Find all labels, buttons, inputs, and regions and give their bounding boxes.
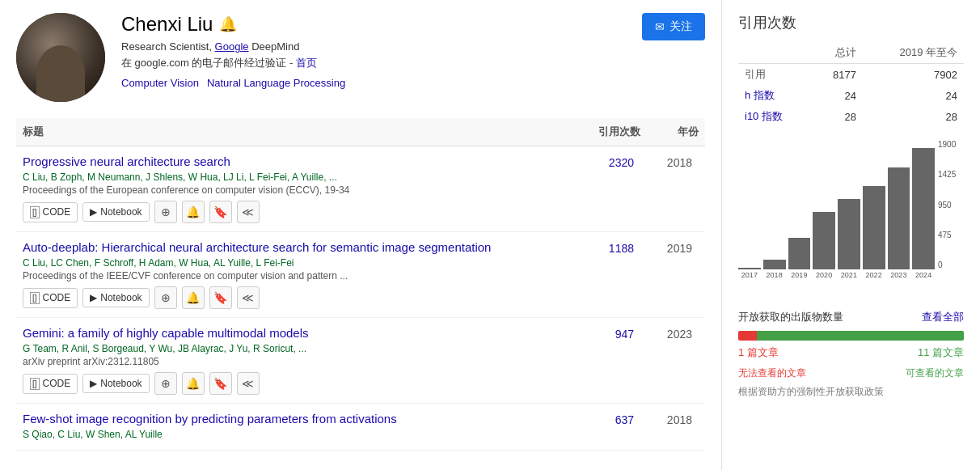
open-access-bar	[738, 331, 964, 341]
chart-labels: 20172018201920202021202220232024	[738, 271, 935, 279]
library-add-icon: ⊕	[161, 205, 171, 218]
i10-label: i10 指数	[738, 106, 811, 127]
paper-venue: Proceedings of the European conference o…	[23, 184, 553, 196]
save-button[interactable]: 🔖	[209, 201, 232, 223]
paper-authors: C Liu, B Zoph, M Neumann, J Shlens, W Hu…	[23, 171, 553, 183]
alert-button[interactable]: 🔔	[182, 201, 205, 223]
share-button[interactable]: ≪	[237, 201, 260, 223]
library-add-icon: ⊕	[161, 377, 171, 390]
add-library-button[interactable]: ⊕	[154, 201, 177, 223]
paper-citations[interactable]: 637	[553, 412, 634, 426]
share-button[interactable]: ≪	[237, 286, 260, 309]
sidebar: 引用次数 总计 2019 年至今 引用 8177 7902 h 指数 24	[721, 0, 980, 470]
tag-computer-vision[interactable]: Computer Vision	[121, 77, 199, 89]
paper-authors: G Team, R Anil, S Borgeaud, Y Wu, JB Ala…	[23, 343, 553, 354]
library-add-icon: ⊕	[161, 291, 171, 304]
add-library-button[interactable]: ⊕	[154, 286, 177, 309]
save-button[interactable]: 🔖	[209, 372, 232, 395]
h-total: 24	[811, 85, 863, 106]
paper-item: Few-shot image recognition by predicting…	[16, 404, 705, 451]
since2019-header: 2019 年至今	[863, 42, 964, 64]
chart-year-label: 2021	[838, 271, 860, 279]
paper-citations[interactable]: 2320	[553, 155, 634, 169]
bell-outline-icon: 🔔	[186, 205, 200, 218]
profile-role: Research Scientist, Google DeepMind	[121, 40, 642, 53]
profile-info: Chenxi Liu 🔔 Research Scientist, Google …	[121, 13, 642, 89]
col-year-header: 年份	[640, 125, 705, 139]
paper-citations[interactable]: 1188	[553, 240, 634, 255]
citations-title: 引用次数	[738, 13, 964, 32]
bar-unavailable	[738, 331, 757, 341]
follow-button[interactable]: ✉ 关注	[642, 13, 705, 40]
paper-authors: C Liu, LC Chen, F Schroff, H Adam, W Hua…	[23, 257, 553, 269]
chart-bar	[888, 167, 910, 269]
paper-title[interactable]: Progressive neural architecture search	[23, 155, 553, 168]
bar-available	[757, 331, 964, 341]
notebook-button[interactable]: ▶ Notebook	[82, 374, 149, 393]
paper-venue: Proceedings of the IEEE/CVF conference o…	[23, 270, 553, 282]
y-label-bottom: 0	[938, 260, 964, 269]
paper-content: Progressive neural architecture search C…	[23, 155, 553, 223]
paper-citations[interactable]: 947	[553, 326, 634, 341]
paper-title[interactable]: Gemini: a family of highly capable multi…	[23, 326, 553, 340]
paper-actions: [] CODE ▶ Notebook ⊕ 🔔 🔖	[23, 286, 553, 309]
code-button[interactable]: [] CODE	[23, 374, 78, 394]
paper-item: Gemini: a family of highly capable multi…	[16, 318, 705, 404]
code-button[interactable]: [] CODE	[23, 202, 78, 222]
open-access-section: 开放获取的出版物数量 查看全部 1 篇文章 11 篇文章 无法查看的文章 可查看…	[738, 310, 964, 399]
chart-year-label: 2020	[813, 271, 835, 279]
chart-year-label: 2017	[738, 271, 761, 279]
i10-since: 28	[863, 106, 964, 127]
total-header: 总计	[811, 42, 863, 64]
profile-tags: Computer Vision Natural Language Process…	[121, 77, 642, 89]
view-all-link[interactable]: 查看全部	[922, 310, 964, 324]
chart-bar	[912, 148, 935, 269]
play-icon: ▶	[90, 378, 97, 389]
bell-icon[interactable]: 🔔	[219, 15, 237, 33]
i10-total: 28	[811, 106, 863, 127]
h-since: 24	[863, 85, 964, 106]
code-button[interactable]: [] CODE	[23, 288, 78, 308]
share-icon: ≪	[242, 377, 254, 390]
paper-year: 2018	[634, 412, 699, 426]
chart-bar	[863, 186, 885, 269]
code-icon: []	[30, 292, 40, 304]
bell-outline-icon: 🔔	[186, 377, 200, 390]
cite-since: 7902	[863, 64, 964, 86]
policy-text: 根据资助方的强制性开放获取政策	[738, 385, 964, 399]
chart-year-label: 2019	[788, 271, 811, 279]
share-icon: ≪	[242, 291, 254, 304]
chart-year-label: 2022	[863, 271, 885, 279]
chart-bar	[838, 199, 860, 269]
google-link[interactable]: Google	[215, 40, 249, 53]
chart-year-label: 2018	[763, 271, 786, 279]
alert-button[interactable]: 🔔	[182, 372, 205, 395]
citations-chart: 20172018201920202021202220232024 1900 14…	[738, 140, 964, 294]
email-icon: ✉	[655, 20, 665, 33]
paper-title[interactable]: Auto-deeplab: Hierarchical neural archit…	[23, 240, 553, 254]
inaccessible-label: 无法查看的文章	[738, 366, 806, 380]
accessible-label: 可查看的文章	[906, 366, 964, 380]
save-button[interactable]: 🔖	[209, 286, 232, 309]
papers-table-header: 标题 引用次数 年份	[16, 118, 705, 146]
profile-section: Chenxi Liu 🔔 Research Scientist, Google …	[16, 13, 705, 102]
share-button[interactable]: ≪	[237, 372, 260, 395]
profile-name: Chenxi Liu 🔔	[121, 13, 642, 36]
notebook-button[interactable]: ▶ Notebook	[82, 202, 149, 222]
chart-bars	[738, 140, 935, 269]
home-link[interactable]: 首页	[296, 57, 317, 69]
y-label-4: 475	[938, 231, 964, 239]
alert-button[interactable]: 🔔	[182, 286, 205, 309]
bookmark-icon: 🔖	[213, 205, 227, 218]
paper-content: Few-shot image recognition by predicting…	[23, 412, 553, 442]
citations-table: 总计 2019 年至今 引用 8177 7902 h 指数 24 24 i10 …	[738, 42, 964, 127]
paper-item: Auto-deeplab: Hierarchical neural archit…	[16, 232, 705, 318]
add-library-button[interactable]: ⊕	[154, 372, 177, 395]
bell-outline-icon: 🔔	[186, 291, 200, 304]
y-label-3: 950	[938, 201, 964, 210]
paper-title[interactable]: Few-shot image recognition by predicting…	[23, 412, 553, 426]
tag-nlp[interactable]: Natural Language Processing	[207, 77, 345, 89]
notebook-button[interactable]: ▶ Notebook	[82, 288, 149, 307]
chart-year-label: 2024	[912, 271, 935, 279]
open-access-title: 开放获取的出版物数量	[738, 310, 843, 324]
